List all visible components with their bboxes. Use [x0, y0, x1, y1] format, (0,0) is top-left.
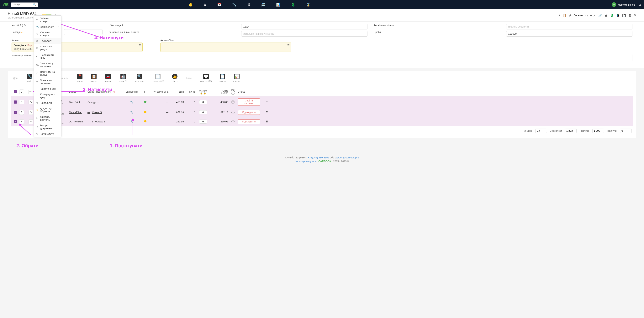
save-icon[interactable]: 💾	[622, 13, 626, 17]
hourglass-icon[interactable]: ⏳	[306, 2, 310, 7]
menu-item[interactable]: ⎘Копіювати рядки	[34, 44, 61, 52]
row-supplier[interactable]: —	[88, 120, 90, 123]
menu-item[interactable]: 🔧Запчастист>	[34, 24, 61, 30]
calendar-icon[interactable]: 📅	[217, 2, 222, 7]
discount-input[interactable]	[535, 129, 547, 133]
menu-item[interactable]: ⇥Імпорт документа	[34, 123, 61, 131]
row-checkbox[interactable]: ✓	[14, 100, 17, 104]
client-box-menu-icon[interactable]: ☰	[138, 44, 141, 47]
print-icon[interactable]: 🖨	[604, 14, 608, 17]
tab[interactable]: 🤖пости (1)	[116, 73, 131, 83]
menu-item[interactable]: →Видати в цех	[34, 86, 61, 92]
tab[interactable]: 📄док-ти	[216, 73, 229, 83]
apps-icon[interactable]: ⊞	[639, 3, 641, 6]
row-checkbox[interactable]: ✓	[14, 111, 17, 114]
subtotal-input[interactable]	[592, 129, 604, 133]
footer-phone[interactable]: +38(044) 389-3355	[308, 156, 329, 159]
header-vin-button[interactable]: VIN	[28, 90, 33, 94]
row-menu-button[interactable]: ☰	[19, 110, 24, 115]
transfer-icon[interactable]: ⇄	[569, 13, 571, 17]
menu-item[interactable]: ⧉Групувати	[34, 38, 61, 44]
menu-item[interactable]: ↺Повернути постачал.	[34, 78, 61, 86]
link-icon[interactable]: 🔗	[598, 13, 602, 17]
auto-box[interactable]: ☰	[160, 42, 291, 52]
gear-icon[interactable]: ⚙	[247, 2, 250, 7]
tab[interactable]: 👍відгук	[168, 73, 181, 83]
without-discount-input[interactable]	[565, 129, 576, 133]
row-pd-icon[interactable]: ?	[232, 100, 234, 104]
user-chip[interactable]: М Максим Іванов ⊞	[612, 2, 641, 7]
menu-item[interactable]: ✎Встановити	[34, 131, 61, 137]
row-right-menu-icon[interactable]: ☰	[266, 111, 268, 114]
row-pd-icon[interactable]: ?	[232, 120, 234, 123]
menu-item[interactable]: 🛍Замовити у постачал.	[34, 61, 61, 69]
tab[interactable]: 📋заявка	[88, 73, 100, 83]
row-reserve-input[interactable]	[199, 120, 207, 124]
menu-item[interactable]: ⊘Перевірити ціну	[34, 52, 61, 61]
row-supplier[interactable]: Склад	[88, 101, 95, 104]
row-reserve-input[interactable]	[199, 110, 207, 114]
clear-supplier-icon[interactable]: ✕	[112, 91, 115, 93]
contacts-icon[interactable]: 📇	[261, 2, 265, 7]
row-checkbox[interactable]: ✓	[14, 120, 17, 123]
wrench-icon[interactable]: 🔧	[130, 111, 133, 114]
mileage-input[interactable]	[506, 31, 633, 36]
check-all[interactable]: ✓	[14, 90, 17, 93]
wrench-icon[interactable]: 🔧	[232, 2, 236, 7]
help-icon[interactable]: ?	[558, 14, 560, 17]
footer-email[interactable]: support@carbook.pro	[335, 156, 359, 159]
markup-input[interactable]	[241, 31, 368, 36]
add-doc-icon[interactable]: ⊕	[204, 2, 206, 7]
transfer-label[interactable]: Перевести у статус	[574, 14, 596, 17]
row-supplier[interactable]: —	[88, 111, 90, 114]
tab-data[interactable]: Дані	[9, 73, 22, 83]
requisites-input[interactable]	[506, 24, 633, 29]
row-supplier-b[interactable]: Інтеркарс S	[92, 120, 106, 123]
menu-item[interactable]: ✎Змінити статус>	[34, 15, 61, 24]
menu-item[interactable]: ✓Прийняти на склад	[34, 69, 61, 78]
row-brand[interactable]: JC Premium	[69, 120, 83, 123]
bell-icon[interactable]: 🔔	[188, 2, 193, 7]
profit-input[interactable]	[620, 129, 632, 133]
delete-icon[interactable]: 🗑	[628, 14, 632, 17]
lock-icons[interactable]: 🔒 🔓	[196, 92, 211, 94]
row-status-button[interactable]: Підтвердити	[238, 119, 260, 124]
payment-icon[interactable]: 💲	[610, 13, 614, 17]
row-edit-button[interactable]: ✎	[28, 110, 33, 115]
tab[interactable]: 💬комен-рі (0)	[197, 73, 215, 83]
row-brand[interactable]: Mann-Filter	[69, 111, 82, 114]
menu-item[interactable]: 🗑Видалити	[34, 100, 61, 106]
row-edit-button[interactable]: ✎	[28, 119, 33, 124]
issue-time-input[interactable]	[241, 24, 368, 29]
tab[interactable]: 🚗огляд	[102, 73, 114, 83]
row-edit-button[interactable]: ✎	[28, 100, 33, 104]
search-box[interactable]: 🔍	[11, 2, 38, 7]
header-menu-button[interactable]: ☰	[19, 89, 24, 94]
pd-help-icon[interactable]: ?	[232, 92, 234, 95]
tab[interactable]: 📄реком-ції (0)	[149, 73, 167, 83]
search-input[interactable]	[13, 3, 33, 6]
row-supplier-b[interactable]: —	[97, 101, 99, 104]
tab[interactable]: 📊стат-ка	[230, 73, 244, 83]
wrench-icon[interactable]: 🔧	[130, 120, 133, 123]
row-pd-icon[interactable]: ?	[232, 111, 234, 114]
tab[interactable]: 📍карта	[74, 73, 86, 83]
client-box[interactable]: ☰ Генадіївна (Борг: 1 +38(066) 564-32-	[12, 42, 142, 52]
row-menu-button[interactable]: ☰	[19, 100, 24, 104]
menu-item[interactable]: ↻Оновити статуси	[34, 30, 61, 38]
row-status-button[interactable]: Підтвердити	[238, 110, 260, 115]
menu-item[interactable]: ★Додати до Обраних	[34, 106, 61, 114]
footer-agreement[interactable]: Користувача угода	[295, 160, 316, 163]
location-input[interactable]	[64, 29, 102, 35]
row-right-menu-icon[interactable]: ☰	[266, 101, 268, 104]
row-reserve-input[interactable]	[199, 100, 207, 104]
wrench-icon[interactable]: 🔧	[130, 101, 133, 104]
eye-icon[interactable]: 👁	[154, 90, 156, 93]
close-icon[interactable]: ✕	[634, 13, 636, 17]
row-status-button[interactable]: Знайти постачал.	[238, 98, 260, 106]
doc-check-icon[interactable]: 📋	[562, 13, 566, 17]
tab[interactable]: 🔍діагно-ка	[132, 73, 147, 83]
stats-icon[interactable]: 📊	[276, 2, 280, 7]
money-icon[interactable]: 💲	[291, 2, 296, 7]
menu-item[interactable]: ↻Оновити вартість	[34, 114, 61, 123]
